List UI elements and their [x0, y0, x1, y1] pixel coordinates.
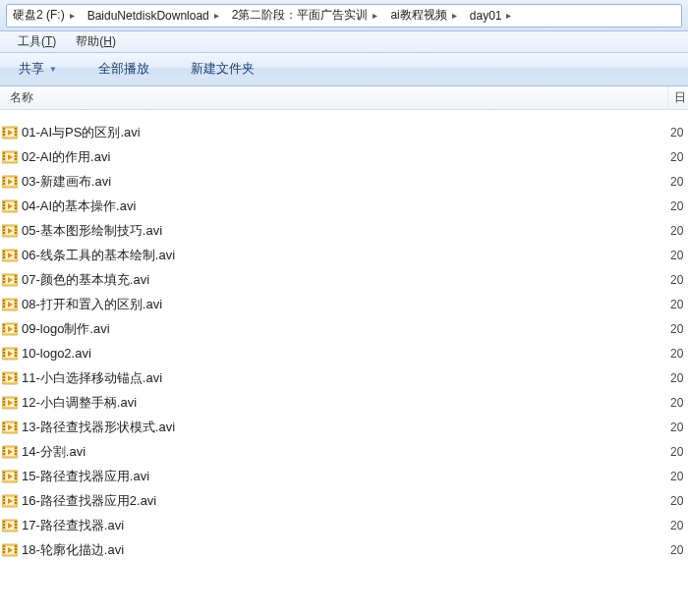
svg-rect-64	[3, 300, 5, 302]
svg-rect-19	[3, 177, 5, 179]
file-item[interactable]: 18-轮廓化描边.avi20	[0, 537, 688, 562]
file-date: 20	[668, 126, 688, 140]
chevron-right-icon: ▸	[373, 10, 377, 21]
svg-rect-157	[15, 545, 17, 547]
video-file-icon	[2, 149, 18, 165]
file-item[interactable]: 10-logo2.avi20	[0, 341, 688, 365]
file-date: 20	[668, 249, 688, 262]
svg-rect-128	[3, 475, 5, 476]
svg-rect-113	[15, 425, 17, 427]
svg-rect-4	[15, 128, 17, 130]
video-file-icon	[2, 493, 18, 509]
svg-rect-39	[3, 232, 5, 234]
svg-rect-30	[3, 207, 5, 209]
file-item[interactable]: 14-分割.avi20	[0, 439, 688, 464]
video-file-icon	[2, 420, 18, 435]
chevron-down-icon: ▼	[49, 65, 57, 74]
video-file-icon	[2, 370, 18, 386]
breadcrumb-item[interactable]: 硬盘2 (F:)▸	[7, 5, 82, 27]
svg-rect-110	[3, 425, 5, 427]
svg-rect-86	[15, 352, 17, 354]
file-item[interactable]: 02-AI的作用.avi20	[0, 144, 688, 169]
svg-rect-139	[15, 496, 17, 498]
breadcrumb-item[interactable]: day01▸	[464, 5, 519, 27]
new-folder-button[interactable]: 新建文件夹	[180, 57, 265, 82]
file-date: 20	[668, 494, 688, 508]
svg-rect-85	[15, 349, 17, 351]
svg-rect-22	[15, 177, 17, 179]
file-item[interactable]: 05-基本图形绘制技巧.avi20	[0, 218, 688, 243]
svg-rect-46	[3, 251, 5, 252]
svg-rect-87	[15, 355, 17, 357]
svg-rect-131	[15, 475, 17, 476]
svg-rect-6	[15, 134, 17, 136]
svg-rect-102	[3, 404, 5, 406]
file-item[interactable]: 04-AI的基本操作.avi20	[0, 194, 688, 218]
file-item[interactable]: 08-打开和置入的区别.avi20	[0, 292, 688, 316]
share-label: 共享	[19, 61, 44, 78]
svg-rect-147	[3, 527, 5, 529]
menu-tools[interactable]: 工具(T)	[8, 31, 66, 52]
file-date: 20	[668, 150, 688, 164]
svg-rect-3	[3, 134, 5, 136]
svg-rect-56	[3, 278, 5, 280]
play-all-button[interactable]: 全部播放	[87, 57, 160, 82]
file-name: 07-颜色的基本填充.avi	[22, 271, 668, 289]
share-button[interactable]: 共享 ▼	[8, 57, 68, 82]
file-date: 20	[668, 445, 688, 459]
video-file-icon	[2, 248, 18, 263]
svg-rect-141	[15, 502, 17, 504]
file-date: 20	[668, 298, 688, 311]
file-item[interactable]: 07-颜色的基本填充.avi20	[0, 267, 688, 292]
video-file-icon	[2, 223, 18, 239]
svg-rect-154	[3, 545, 5, 547]
column-name[interactable]: 名称	[0, 86, 668, 109]
file-item[interactable]: 13-路径查找器形状模式.avi20	[0, 415, 688, 439]
svg-rect-47	[3, 253, 5, 255]
file-item[interactable]: 15-路径查找器应用.avi20	[0, 464, 688, 488]
svg-rect-50	[15, 253, 17, 255]
file-item[interactable]: 03-新建画布.avi20	[0, 169, 688, 194]
svg-rect-137	[3, 499, 5, 501]
breadcrumb-label: day01	[470, 9, 502, 23]
svg-rect-119	[3, 450, 5, 452]
menu-tools-label: 工具	[18, 34, 41, 48]
file-item[interactable]: 16-路径查找器应用2.avi20	[0, 488, 688, 513]
svg-rect-156	[3, 551, 5, 553]
file-name: 04-AI的基本操作.avi	[22, 197, 668, 215]
svg-rect-68	[15, 303, 17, 305]
file-item[interactable]: 17-路径查找器.avi20	[0, 513, 688, 537]
breadcrumb-item[interactable]: BaiduNetdiskDownload▸	[82, 5, 226, 27]
file-date: 20	[668, 175, 688, 189]
svg-rect-109	[3, 422, 5, 424]
file-name: 12-小白调整手柄.avi	[22, 394, 668, 412]
file-name: 18-轮廓化描边.avi	[22, 541, 668, 559]
file-date: 20	[668, 273, 688, 287]
breadcrumb[interactable]: 硬盘2 (F:)▸BaiduNetdiskDownload▸2第二阶段：平面广告…	[6, 4, 682, 28]
svg-rect-103	[15, 398, 17, 400]
new-folder-label: 新建文件夹	[191, 61, 255, 78]
svg-rect-155	[3, 548, 5, 550]
command-bar: 共享 ▼ 全部播放 新建文件夹	[0, 53, 688, 86]
file-name: 08-打开和置入的区别.avi	[22, 296, 668, 313]
svg-rect-58	[15, 275, 17, 277]
column-name-label: 名称	[10, 89, 33, 106]
svg-rect-111	[3, 428, 5, 430]
file-name: 02-AI的作用.avi	[22, 148, 668, 166]
file-item[interactable]: 11-小白选择移动锚点.avi20	[0, 365, 688, 390]
svg-rect-51	[15, 256, 17, 258]
file-date: 20	[668, 347, 688, 361]
column-date[interactable]: 日	[668, 86, 688, 109]
breadcrumb-item[interactable]: 2第二阶段：平面广告实训▸	[226, 5, 385, 27]
svg-rect-74	[3, 327, 5, 329]
column-header: 名称 日	[0, 86, 688, 110]
file-item[interactable]: 09-logo制作.avi20	[0, 316, 688, 341]
breadcrumb-item[interactable]: ai教程视频▸	[384, 5, 463, 27]
file-item[interactable]: 06-线条工具的基本绘制.avi20	[0, 243, 688, 267]
file-list: 01-AI与PS的区别.avi2002-AI的作用.avi2003-新建画布.a…	[0, 110, 688, 616]
file-item[interactable]: 12-小白调整手柄.avi20	[0, 390, 688, 415]
file-item[interactable]: 01-AI与PS的区别.avi20	[0, 120, 688, 144]
svg-rect-76	[15, 324, 17, 326]
svg-rect-55	[3, 275, 5, 277]
menu-help[interactable]: 帮助(H)	[66, 31, 126, 52]
